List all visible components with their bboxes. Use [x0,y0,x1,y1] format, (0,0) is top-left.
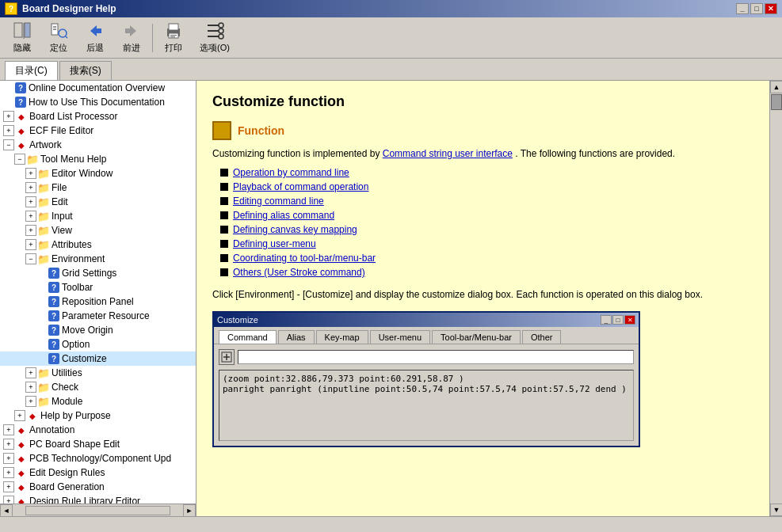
scroll-up-arrow[interactable]: ▲ [770,81,782,93]
svg-rect-11 [125,28,130,33]
tree-item-file[interactable]: + 📁 File [0,180,196,195]
window-controls: _ □ ✕ [736,3,777,14]
dialog-tab-alias[interactable]: Alias [278,330,315,344]
tree-item-grid-settings[interactable]: ? Grid Settings [0,266,196,280]
tree-item-customize[interactable]: ? Customize [0,352,196,366]
tree-area: ? Online Documentation Overview ? How to… [0,81,196,504]
svg-rect-19 [208,36,219,37]
svg-marker-8 [90,25,97,36]
main-area: ? Online Documentation Overview ? How to… [0,81,782,516]
tree-item-pcb-tech[interactable]: + ◆ PCB Technology/Component Upd [0,451,196,466]
close-button[interactable]: ✕ [765,3,777,14]
scroll-thumb[interactable] [771,94,782,110]
link-playback[interactable]: Playback of command operation [233,181,368,192]
dialog-tab-bar: Command Alias Key-map User-menu Tool-bar… [214,327,639,344]
scroll-down-arrow[interactable]: ▼ [770,504,782,516]
list-item-4: Defining alias command [220,210,753,221]
bullet-icon [220,169,228,177]
scroll-left-arrow[interactable]: ◄ [0,504,13,517]
window-title: Board Designer Help [22,3,116,14]
tree-item-online-doc[interactable]: ? Online Documentation Overview [0,81,196,95]
tree-item-environment[interactable]: − 📁 Environment [0,252,196,266]
tree-item-ecf[interactable]: + ◆ ECF File Editor [0,124,196,138]
hide-label: 隐藏 [13,42,31,54]
page-title: Customize function [212,93,753,110]
tree-item-pc-board[interactable]: + ◆ PC Board Shape Edit [0,437,196,451]
link-alias[interactable]: Defining alias command [233,210,334,221]
tree-item-view[interactable]: + 📁 View [0,223,196,238]
tree-item-param-resource[interactable]: ? Parameter Resource [0,309,196,323]
dialog-title-controls: _ □ ✕ [601,315,635,325]
options-button[interactable]: 选项(O) [193,18,237,57]
dialog-tab-command[interactable]: Command [219,330,277,344]
tree-item-help-purpose[interactable]: + ◆ Help by Purpose [0,408,196,423]
tree-item-board-list[interactable]: + ◆ Board List Processor [0,109,196,124]
tree-item-tool-menu[interactable]: − 📁 Tool Menu Help [0,152,196,166]
right-area: Customize function Function Customizing … [196,81,782,516]
tree-item-reposition[interactable]: ? Reposition Panel [0,294,196,309]
print-button[interactable]: 打印 [156,18,191,57]
tree-item-attributes[interactable]: + 📁 Attributes [0,238,196,252]
maximize-button[interactable]: □ [750,3,763,14]
dialog-tab-usermenu[interactable]: User-menu [370,330,430,344]
locate-button[interactable]: 定位 [41,18,76,57]
bullet-icon [220,226,228,234]
tree-item-move-origin[interactable]: ? Move Origin [0,323,196,337]
tree-item-module[interactable]: + 📁 Module [0,394,196,408]
tree-item-option[interactable]: ? Option [0,337,196,352]
description-text: Click [Environment] - [Customize] and di… [212,289,753,300]
toolbar: 隐藏 定位 后退 前进 打印 选项(O) [0,17,782,59]
scroll-v-track [770,93,782,504]
right-panel: Customize function Function Customizing … [196,81,769,516]
bullet-icon [220,211,228,219]
list-item-5: Defining canvas key mapping [220,224,753,235]
dialog-maximize-button[interactable]: □ [612,315,624,325]
tree-item-edit-design[interactable]: + ◆ Edit Design Rules [0,466,196,480]
dialog-close-button[interactable]: ✕ [624,315,635,325]
minimize-button[interactable]: _ [736,3,749,14]
tab-toc[interactable]: 目录(C) [5,61,58,80]
tree-item-design-rule[interactable]: + ◆ Design Rule Library Editor [0,494,196,504]
scroll-track [25,506,170,515]
tree-item-utilities[interactable]: + 📁 Utilities [0,366,196,380]
tree-item-board-gen[interactable]: + ◆ Board Generation [0,480,196,494]
bullet-icon [220,197,228,205]
left-scrollbar[interactable]: ◄ ► [0,504,196,516]
dialog-tab-keymap[interactable]: Key-map [316,330,368,344]
tree-item-annotation[interactable]: + ◆ Annotation [0,423,196,437]
tree-item-editor-window[interactable]: + 📁 Editor Window [0,166,196,180]
dialog-tab-toolbar[interactable]: Tool-bar/Menu-bar [432,330,521,344]
svg-rect-18 [208,30,219,32]
svg-rect-13 [169,24,178,30]
back-button[interactable]: 后退 [78,18,113,57]
dialog-tab-other[interactable]: Other [522,330,562,344]
hide-button[interactable]: 隐藏 [5,18,40,57]
dialog-minimize-button[interactable]: _ [601,315,612,325]
dialog-output-line-1: (zoom point:32.886,79.373 point:60.291,5… [223,374,630,384]
link-editing[interactable]: Editing command line [233,196,324,207]
dialog-input-row [219,349,634,365]
svg-point-6 [59,29,67,37]
link-others[interactable]: Others (User Stroke command) [233,267,365,278]
dialog-command-input[interactable] [238,350,634,364]
dialog-icon-button[interactable] [219,349,235,365]
link-canvas[interactable]: Defining canvas key mapping [233,224,357,235]
scroll-right-arrow[interactable]: ► [183,504,196,517]
tab-search[interactable]: 搜索(S) [59,61,112,80]
tree-item-how-to-use[interactable]: ? How to Use This Documentation [0,95,196,109]
link-user-menu[interactable]: Defining user-menu [233,238,316,249]
forward-button[interactable]: 前进 [114,18,149,57]
link-toolbar[interactable]: Coordinating to tool-bar/menu-bar [233,253,376,264]
tab-bar: 目录(C) 搜索(S) [0,59,782,81]
title-bar: ? Board Designer Help _ □ ✕ [0,0,782,17]
section-header: Function [212,121,753,140]
back-label: 后退 [86,42,104,54]
tree-item-toolbar[interactable]: ? Toolbar [0,280,196,294]
svg-rect-15 [170,35,177,36]
tree-item-check[interactable]: + 📁 Check [0,380,196,394]
tree-item-edit[interactable]: + 📁 Edit [0,195,196,209]
command-string-link[interactable]: Command string user interface [383,148,513,159]
tree-item-input[interactable]: + 📁 Input [0,209,196,223]
tree-item-artwork[interactable]: − ◆ Artwork [0,138,196,152]
link-operation[interactable]: Operation by command line [233,167,349,178]
